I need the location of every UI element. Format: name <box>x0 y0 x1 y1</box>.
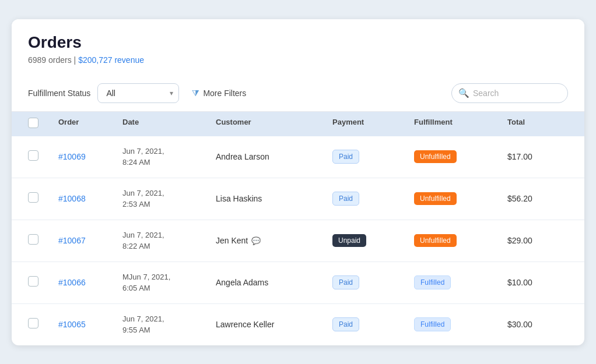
order-date: MJun 7, 2021,6:05 AM <box>122 271 216 294</box>
table-body: #10069 Jun 7, 2021,8:24 AM Andrea Larson… <box>12 136 584 345</box>
revenue-amount: $200,727 revenue <box>78 55 144 65</box>
filter-label: Fulfillment Status <box>28 89 90 98</box>
customer-name: Angela Adams <box>216 278 332 287</box>
table-row: #10066 MJun 7, 2021,6:05 AM Angela Adams… <box>12 262 584 304</box>
select-all-checkbox[interactable] <box>28 118 38 128</box>
row-checkbox-cell <box>28 150 58 163</box>
payment-badge: Paid <box>332 150 359 164</box>
order-total: $10.00 <box>507 278 577 287</box>
order-number[interactable]: #10065 <box>58 320 122 329</box>
payment-badge: Unpaid <box>332 234 366 247</box>
search-icon: 🔍 <box>458 88 469 98</box>
orders-card: Orders 6989 orders | $200,727 revenue Fu… <box>12 19 584 345</box>
table-row: #10069 Jun 7, 2021,8:24 AM Andrea Larson… <box>12 136 584 178</box>
row-checkbox[interactable] <box>28 150 38 161</box>
row-checkbox-cell <box>28 192 58 205</box>
order-count: 6989 orders <box>28 55 72 65</box>
customer-name: Lisa Haskins <box>216 194 332 203</box>
fulfillment-badge: Fulfilled <box>414 275 451 289</box>
payment-badge-cell: Paid <box>332 192 414 206</box>
payment-badge-cell: Paid <box>332 317 414 331</box>
order-date: Jun 7, 2021,8:24 AM <box>122 146 216 168</box>
col-customer: Customer <box>216 118 332 130</box>
fulfillment-badge-cell: Fulfilled <box>414 275 507 289</box>
row-checkbox-cell <box>28 234 58 247</box>
order-number[interactable]: #10067 <box>58 236 122 245</box>
payment-badge-cell: Paid <box>332 275 414 289</box>
page-header: Orders 6989 orders | $200,727 revenue <box>12 19 584 75</box>
table-row: #10065 Jun 7, 2021,9:55 AM Lawrence Kell… <box>12 304 584 345</box>
col-payment: Payment <box>332 118 414 130</box>
customer-name: Lawrence Keller <box>216 320 332 329</box>
payment-badge-cell: Unpaid <box>332 234 414 247</box>
fulfillment-badge: Unfulfilled <box>414 234 457 247</box>
order-total: $29.00 <box>507 236 577 245</box>
table-row: #10068 Jun 7, 2021,2:53 AM Lisa Haskins … <box>12 178 584 220</box>
col-fulfillment: Fulfillment <box>414 118 507 130</box>
row-checkbox[interactable] <box>28 276 38 287</box>
order-total: $30.00 <box>507 320 577 329</box>
row-checkbox-cell <box>28 318 58 331</box>
page-subtitle: 6989 orders | $200,727 revenue <box>28 55 568 65</box>
payment-badge: Paid <box>332 192 359 206</box>
order-number[interactable]: #10068 <box>58 194 122 203</box>
order-date: Jun 7, 2021,8:22 AM <box>122 229 216 252</box>
row-checkbox[interactable] <box>28 192 38 203</box>
fulfillment-badge-cell: Unfulfilled <box>414 150 507 163</box>
chat-icon: 💬 <box>251 236 261 245</box>
order-total: $56.20 <box>507 194 577 203</box>
fulfillment-badge: Unfulfilled <box>414 150 457 163</box>
search-wrapper: 🔍 <box>451 83 568 103</box>
more-filters-button[interactable]: ⧩ More Filters <box>186 83 252 103</box>
payment-badge: Paid <box>332 317 359 331</box>
order-total: $17.00 <box>507 152 577 161</box>
table-header: Order Date Customer Payment Fulfillment … <box>12 112 584 136</box>
header-checkbox-cell <box>28 118 58 130</box>
fulfillment-badge: Unfulfilled <box>414 192 457 205</box>
order-number[interactable]: #10069 <box>58 152 122 161</box>
toolbar: Fulfillment Status All Unfulfilled Fulfi… <box>12 75 584 112</box>
fulfillment-badge-cell: Unfulfilled <box>414 234 507 247</box>
row-checkbox-cell <box>28 276 58 289</box>
fulfillment-filter-wrapper: All Unfulfilled Fulfilled Pending ▾ <box>97 83 179 103</box>
fulfillment-badge-cell: Fulfilled <box>414 317 507 331</box>
page-title: Orders <box>28 33 568 52</box>
more-filters-label: More Filters <box>203 89 246 98</box>
filter-icon: ⧩ <box>192 88 199 98</box>
order-date: Jun 7, 2021,9:55 AM <box>122 313 216 336</box>
payment-badge-cell: Paid <box>332 150 414 164</box>
col-order: Order <box>58 118 122 130</box>
customer-name: Jen Kent💬 <box>216 236 332 245</box>
fulfillment-badge: Fulfilled <box>414 317 451 331</box>
row-checkbox[interactable] <box>28 234 38 245</box>
table-row: #10067 Jun 7, 2021,8:22 AM Jen Kent💬 Unp… <box>12 220 584 262</box>
order-date: Jun 7, 2021,2:53 AM <box>122 188 216 210</box>
col-total: Total <box>507 118 577 130</box>
row-checkbox[interactable] <box>28 318 38 328</box>
customer-name: Andrea Larson <box>216 152 332 161</box>
fulfillment-badge-cell: Unfulfilled <box>414 192 507 205</box>
fulfillment-status-select[interactable]: All Unfulfilled Fulfilled Pending <box>97 83 179 103</box>
order-number[interactable]: #10066 <box>58 278 122 287</box>
payment-badge: Paid <box>332 275 359 289</box>
col-date: Date <box>122 118 216 130</box>
